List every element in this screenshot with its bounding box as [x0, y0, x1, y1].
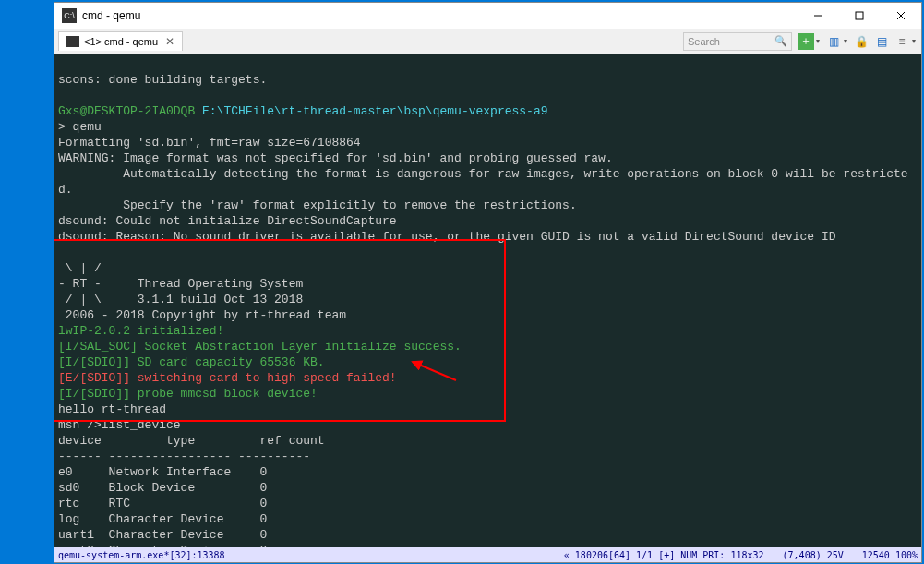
annotation-arrow	[405, 357, 461, 385]
output-line: log Character Device 0	[58, 512, 267, 526]
chevron-down-icon[interactable]: ▾	[844, 37, 847, 45]
output-line: uart0 Character Device 2	[58, 544, 267, 547]
output-line: e0 Network Interface 0	[58, 465, 267, 479]
close-button[interactable]	[880, 3, 921, 29]
search-placeholder: Search	[688, 36, 720, 47]
chevron-down-icon[interactable]: ▾	[912, 37, 916, 45]
lock-button[interactable]: 🔒	[853, 33, 870, 50]
close-icon[interactable]: ✕	[165, 35, 174, 48]
window-mode-button[interactable]: ▥	[825, 33, 842, 50]
menu-button[interactable]: ≡	[894, 33, 910, 50]
prompt-user: Gxs@DESKTOP-2IA0DQB	[58, 104, 195, 118]
output-line: msh />list_device	[58, 418, 181, 432]
maximize-button[interactable]	[838, 3, 880, 29]
search-input[interactable]: Search 🔍	[683, 32, 792, 51]
output-line: dsound: Reason: No sound driver is avail…	[58, 230, 836, 244]
status-process: qemu-system-arm.exe*[32]:13388	[58, 550, 225, 560]
list-button[interactable]: ▤	[873, 33, 890, 50]
output-line: WARNING: Image format was not specified …	[58, 151, 613, 165]
search-icon: 🔍	[774, 35, 787, 47]
output-line: d.	[58, 183, 73, 197]
app-icon: C:\	[62, 8, 77, 23]
output-line: ------ ----------------- ----------	[58, 450, 310, 463]
output-line: sd0 Block Device 0	[58, 481, 267, 495]
status-zoom: 12540 100%	[862, 550, 918, 560]
status-memory: (7,408) 25V	[783, 550, 844, 560]
svg-rect-1	[856, 12, 863, 19]
add-button[interactable]: ＋	[798, 33, 814, 50]
output-line: scons: done building targets.	[58, 73, 267, 87]
output-line: [I/[SDIO]] probe mmcsd block device!	[58, 387, 318, 401]
window-title: cmd - qemu	[82, 9, 797, 22]
titlebar[interactable]: C:\ cmd - qemu	[54, 3, 921, 29]
output-line: Automatically detecting the format is da…	[58, 167, 908, 181]
tab-cmd-qemu[interactable]: <1> cmd - qemu ✕	[58, 31, 183, 51]
status-bar: qemu-system-arm.exe*[32]:13388 « 180206[…	[54, 547, 921, 562]
output-line: - RT - Thread Operating System	[58, 277, 303, 291]
toolbar-buttons: ＋▾ ▥▾ 🔒 ▤ ≡▾	[798, 33, 918, 50]
output-line: > qemu	[58, 120, 102, 134]
window-controls	[797, 3, 921, 29]
prompt-path: E:\TCHFile\rt-thread-master\bsp\qemu-vex…	[195, 104, 547, 118]
output-line: [I/SAL_SOC] Socket Abstraction Layer ini…	[58, 340, 462, 354]
output-line: Specify the 'raw' format explicitly to r…	[58, 198, 577, 212]
status-position: « 180206[64] 1/1 [+] NUM PRI: 118x32	[564, 550, 764, 560]
output-line: rtc RTC 0	[58, 497, 267, 510]
chevron-down-icon[interactable]: ▾	[816, 37, 820, 45]
minimize-button[interactable]	[797, 3, 838, 29]
output-line: 2006 - 2018 Copyright by rt-thread team	[58, 308, 346, 322]
output-line: hello rt-thread	[58, 402, 166, 416]
terminal-output[interactable]: scons: done building targets. Gxs@DESKTO…	[54, 54, 921, 547]
tab-label: <1> cmd - qemu	[84, 36, 158, 47]
output-line: dsound: Could not initialize DirectSound…	[58, 214, 397, 228]
output-line: lwIP-2.0.2 initialized!	[58, 324, 223, 338]
terminal-icon	[66, 36, 79, 47]
app-window: C:\ cmd - qemu <1> cmd - qemu ✕ Search 🔍…	[54, 2, 922, 563]
output-line: uart1 Character Device 0	[58, 528, 267, 542]
desktop: C:\ cmd - qemu <1> cmd - qemu ✕ Search 🔍…	[0, 0, 924, 564]
output-line: device type ref count	[58, 434, 325, 448]
output-line: [I/[SDIO]] SD card capacity 65536 KB.	[58, 355, 325, 369]
output-line: \ | /	[58, 261, 102, 275]
output-line: Formatting 'sd.bin', fmt=raw size=671088…	[58, 136, 361, 150]
output-line: / | \ 3.1.1 build Oct 13 2018	[58, 293, 303, 306]
output-line: [E/[SDIO]] switching card to high speed …	[58, 371, 397, 385]
tab-bar: <1> cmd - qemu ✕ Search 🔍 ＋▾ ▥▾ 🔒 ▤ ≡▾	[54, 29, 921, 54]
svg-line-5	[413, 362, 456, 380]
